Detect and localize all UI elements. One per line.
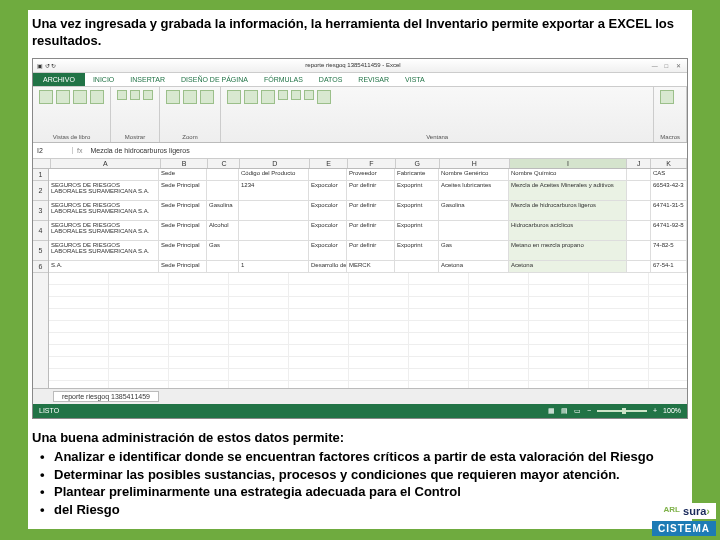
table-row: SEGUROS DE RIESGOS LABORALES SURAMERICAN…	[49, 241, 687, 261]
ribbon: Vistas de libro Mostrar Zoom	[33, 87, 687, 143]
tab-review[interactable]: REVISAR	[350, 73, 397, 86]
ribbon-label-views: Vistas de libro	[39, 134, 104, 140]
window-buttons: — □ ✕	[650, 62, 683, 69]
headings-icon[interactable]	[143, 90, 153, 100]
ribbon-group-show: Mostrar	[111, 87, 160, 142]
tab-data[interactable]: DATOS	[311, 73, 350, 86]
name-box[interactable]: I2	[33, 147, 73, 154]
maximize-button[interactable]: □	[661, 63, 671, 69]
outro-heading: Una buena administración de estos datos …	[32, 429, 688, 447]
ribbon-label-window: Ventana	[227, 134, 647, 140]
tab-layout[interactable]: DISEÑO DE PÁGINA	[173, 73, 256, 86]
col-g[interactable]: G	[396, 159, 440, 168]
zoom-out-icon[interactable]: −	[587, 407, 591, 414]
status-left: LISTO	[39, 407, 59, 414]
bullet-item: del Riesgo	[32, 501, 688, 519]
column-headers: A B C D E F G H I J K	[33, 159, 687, 169]
col-e[interactable]: E	[310, 159, 348, 168]
macros-icon[interactable]	[660, 90, 674, 104]
col-a[interactable]: A	[51, 159, 161, 168]
excel-window: ▣ ↺ ↻ reporte riesgoq 1385411459 - Excel…	[32, 58, 688, 419]
ribbon-label-zoom: Zoom	[166, 134, 214, 140]
pagelayout-view-icon[interactable]	[73, 90, 87, 104]
col-b[interactable]: B	[161, 159, 209, 168]
col-h[interactable]: H	[440, 159, 510, 168]
table-row: SEGUROS DE RIESGOS LABORALES SURAMERICAN…	[49, 221, 687, 241]
grid[interactable]: Sede Código del Producto Proveedor Fabri…	[49, 169, 687, 388]
col-i[interactable]: I	[510, 159, 628, 168]
arrange-icon[interactable]	[244, 90, 258, 104]
zoom-selection-icon[interactable]	[200, 90, 214, 104]
ribbon-label-macros: Macros	[660, 134, 680, 140]
row-3[interactable]: 3	[33, 201, 48, 221]
pagebreak-view-icon[interactable]	[56, 90, 70, 104]
tab-insert[interactable]: INSERTAR	[122, 73, 173, 86]
zoom-percent[interactable]: 100%	[663, 407, 681, 414]
bullet-item: Analizar e identificar donde se encuentr…	[32, 448, 688, 466]
switch-windows-icon[interactable]	[317, 90, 331, 104]
row-4[interactable]: 4	[33, 221, 48, 241]
status-bar: LISTO ▦ ▤ ▭ − + 100%	[33, 404, 687, 418]
zoom100-icon[interactable]	[183, 90, 197, 104]
logo-sura: ARL sura›	[658, 503, 716, 519]
header-row: Sede Código del Producto Proveedor Fabri…	[49, 169, 687, 181]
row-1[interactable]: 1	[33, 169, 48, 181]
minimize-button[interactable]: —	[650, 63, 660, 69]
ribbon-group-macros: Macros	[654, 87, 687, 142]
zoom-slider[interactable]	[597, 410, 647, 412]
sheet-tabs: reporte riesgoq 1385411459	[33, 388, 687, 404]
excel-titlebar: ▣ ↺ ↻ reporte riesgoq 1385411459 - Excel…	[33, 59, 687, 73]
zoom-controls: ▦ ▤ ▭ − + 100%	[548, 407, 681, 415]
chevron-right-icon: ›	[706, 505, 710, 517]
view-normal-icon[interactable]: ▦	[548, 407, 555, 415]
unhide-icon[interactable]	[304, 90, 314, 100]
custom-view-icon[interactable]	[90, 90, 104, 104]
col-k[interactable]: K	[651, 159, 687, 168]
table-row: SEGUROS DE RIESGOS LABORALES SURAMERICAN…	[49, 201, 687, 221]
zoom-in-icon[interactable]: +	[653, 407, 657, 414]
bullet-list: Analizar e identificar donde se encuentr…	[32, 448, 688, 518]
ribbon-group-zoom: Zoom	[160, 87, 221, 142]
tab-file[interactable]: ARCHIVO	[33, 73, 85, 86]
logos: ARL sura› CISTEMA	[652, 503, 716, 536]
hide-icon[interactable]	[291, 90, 301, 100]
formula-bar: I2 fx Mezcla de hidrocarburos ligeros	[33, 143, 687, 159]
window-title: reporte riesgoq 1385411459 - Excel	[305, 62, 400, 68]
normal-view-icon[interactable]	[39, 90, 53, 104]
close-button[interactable]: ✕	[673, 62, 683, 69]
sheet-tab[interactable]: reporte riesgoq 1385411459	[53, 391, 159, 402]
table-row: S.A. Sede Principal 1 Desarrollo de Prod…	[49, 261, 687, 273]
ribbon-group-views: Vistas de libro	[33, 87, 111, 142]
empty-cells[interactable]	[49, 273, 687, 388]
formula-content[interactable]: Mezcla de hidrocarburos ligeros	[86, 147, 193, 154]
logo-arl-text: ARL	[664, 505, 680, 514]
outro-block: Una buena administración de estos datos …	[28, 425, 692, 529]
intro-text: Una vez ingresada y grabada la informaci…	[28, 10, 692, 58]
col-d[interactable]: D	[240, 159, 310, 168]
split-icon[interactable]	[278, 90, 288, 100]
logo-cistema: CISTEMA	[652, 521, 716, 536]
fx-label[interactable]: fx	[73, 147, 86, 154]
row-6[interactable]: 6	[33, 261, 48, 273]
select-all-corner[interactable]	[33, 159, 51, 168]
col-j[interactable]: J	[627, 159, 651, 168]
ruler-icon[interactable]	[117, 90, 127, 100]
freeze-icon[interactable]	[261, 90, 275, 104]
view-pagelayout-icon[interactable]: ▤	[561, 407, 568, 415]
tab-formulas[interactable]: FÓRMULAS	[256, 73, 311, 86]
col-c[interactable]: C	[208, 159, 240, 168]
row-2[interactable]: 2	[33, 181, 48, 201]
view-pagebreak-icon[interactable]: ▭	[574, 407, 581, 415]
tab-view[interactable]: VISTA	[397, 73, 433, 86]
gridlines-icon[interactable]	[130, 90, 140, 100]
sheet-body: 1 2 3 4 5 6 Sede Código del Producto Pro…	[33, 169, 687, 388]
zoom-icon[interactable]	[166, 90, 180, 104]
col-f[interactable]: F	[348, 159, 396, 168]
row-5[interactable]: 5	[33, 241, 48, 261]
bullet-item: Determinar las posibles sustancias, proc…	[32, 466, 688, 484]
tab-home[interactable]: INICIO	[85, 73, 122, 86]
slide-content: Una vez ingresada y grabada la informaci…	[28, 10, 692, 529]
bullet-item: Plantear preliminarmente una estrategia …	[32, 483, 688, 501]
new-window-icon[interactable]	[227, 90, 241, 104]
table-row: SEGUROS DE RIESGOS LABORALES SURAMERICAN…	[49, 181, 687, 201]
